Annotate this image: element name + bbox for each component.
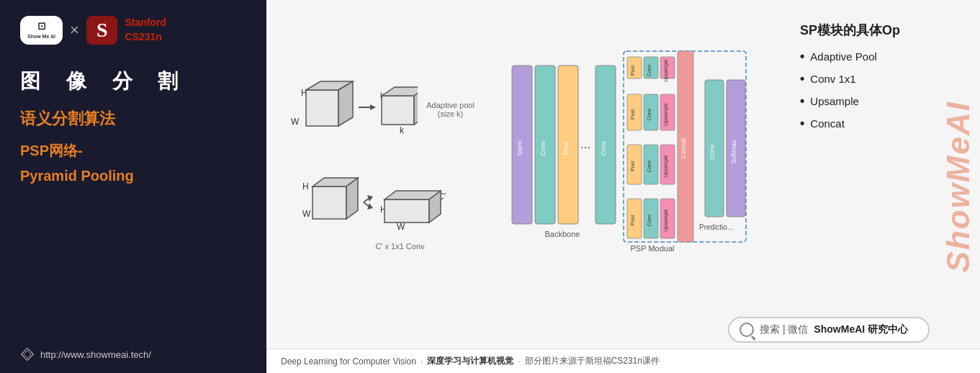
svg-text:W: W — [397, 222, 405, 232]
svg-marker-7 — [370, 104, 376, 110]
svg-text:k: k — [400, 125, 405, 135]
showmeai-logo: ⊡ Show Me AI — [20, 16, 63, 44]
footer-en: Deep Learning for Computer Vision — [281, 356, 416, 367]
right-panel: ShowMeAI H W C — [266, 0, 980, 373]
sp-item-2: Conv 1x1 — [800, 71, 973, 86]
svg-marker-12 — [382, 87, 418, 96]
sp-item-4: Concat — [800, 116, 973, 131]
svg-text:W: W — [302, 209, 311, 219]
stanford-line1: Stanford — [125, 16, 166, 30]
psp-full-diagram: Stem Conv Pool ... Conv Backbone — [505, 37, 778, 282]
svg-text:Predictio...: Predictio... — [699, 223, 733, 231]
search-text: 搜索 | 微信 — [760, 323, 808, 336]
footer-bar: Deep Learning for Computer Vision · 深度学习… — [266, 349, 980, 373]
search-bar: 搜索 | 微信 ShowMeAI 研究中心 — [266, 311, 980, 349]
svg-text:Stem: Stem — [516, 140, 523, 156]
svg-text:Conv: Conv — [647, 64, 652, 76]
svg-text:Conv: Conv — [647, 108, 652, 120]
svg-text:Conv: Conv — [709, 144, 716, 160]
svg-text:Conv: Conv — [647, 160, 652, 172]
robot-icon: ⊡ — [37, 20, 46, 32]
psp-section: Stem Conv Pool ... Conv Backbone — [490, 7, 793, 311]
svg-text:Upsample: Upsample — [663, 155, 669, 178]
stanford-s: S — [96, 20, 108, 40]
main-title: 图 像 分 割 — [20, 68, 246, 95]
svg-text:PSP Modual: PSP Modual — [631, 244, 675, 253]
svg-text:Pool: Pool — [630, 66, 635, 76]
footer-dot2: · — [518, 356, 520, 367]
showmeai-brand-name: Show Me AI — [27, 34, 55, 40]
svg-text:W: W — [291, 117, 300, 127]
footer-zh: 深度学习与计算机视觉 — [427, 355, 513, 367]
svg-text:Pool: Pool — [562, 142, 570, 155]
pyramid-title: Pyramid Pooling — [20, 168, 246, 184]
sp-title: SP模块的具体Op — [800, 22, 973, 39]
left-panel: ⊡ Show Me AI × S Stanford CS231n 图 像 分 割… — [0, 0, 266, 373]
conv-label: C' x 1x1 Conv — [375, 242, 424, 251]
svg-marker-3 — [306, 90, 338, 126]
conv-diagram: H W C H C' — [292, 158, 472, 241]
website-url: http://www.showmeai.tech/ — [40, 349, 151, 360]
sp-item-3: Upsample — [800, 94, 973, 109]
stanford-side-text: Stanford CS231n — [125, 16, 166, 44]
svg-text:Conv: Conv — [600, 140, 607, 156]
svg-marker-17 — [313, 186, 346, 219]
stanford-line2: CS231n — [125, 30, 166, 45]
stanford-badge: S — [86, 16, 118, 45]
diagram-section: H W C k k C — [266, 7, 490, 311]
sp-info-section: SP模块的具体Op Adaptive Pool Conv 1x1 Upsampl… — [793, 7, 980, 311]
svg-marker-11 — [382, 96, 414, 125]
footer-note: 部分图片来源于斯坦福CS231n课件 — [525, 355, 660, 367]
diamond-icon — [20, 347, 35, 361]
website-row: http://www.showmeai.tech/ — [20, 347, 246, 361]
svg-text:Upsample: Upsample — [663, 103, 669, 126]
content-area: H W C k k C — [266, 0, 980, 311]
svg-text:Pool: Pool — [630, 215, 635, 225]
svg-text:Conv: Conv — [647, 214, 652, 226]
svg-text:Upsample: Upsample — [663, 59, 669, 82]
logo-row: ⊡ Show Me AI × S Stanford CS231n — [20, 16, 246, 45]
sp-list: Adaptive Pool Conv 1x1 Upsample Concat — [800, 49, 973, 138]
svg-text:...: ... — [580, 137, 590, 151]
adaptive-pool-diagram: H W C k k C — [281, 68, 418, 148]
search-box[interactable]: 搜索 | 微信 ShowMeAI 研究中心 — [728, 317, 930, 343]
psp-title: PSP网络- — [20, 141, 246, 161]
sp-item-1: Adaptive Pool — [800, 49, 973, 64]
svg-text:Upsample: Upsample — [663, 209, 669, 232]
svg-text:Pool: Pool — [630, 161, 635, 171]
footer-dot1: · — [421, 356, 423, 367]
svg-text:Backbone: Backbone — [545, 230, 580, 238]
svg-text:Pool: Pool — [630, 109, 635, 120]
svg-text:H: H — [302, 181, 309, 192]
search-brand: ShowMeAI 研究中心 — [814, 323, 908, 336]
svg-text:Softmax: Softmax — [730, 140, 737, 164]
adaptive-pool-label: Adaptive pool (size k) — [418, 101, 483, 118]
svg-text:Conv: Conv — [539, 140, 547, 156]
svg-text:Concat: Concat — [680, 138, 687, 158]
times-symbol: × — [70, 21, 79, 40]
svg-marker-27 — [385, 199, 429, 223]
search-icon — [740, 323, 754, 337]
subtitle: 语义分割算法 — [20, 108, 246, 130]
